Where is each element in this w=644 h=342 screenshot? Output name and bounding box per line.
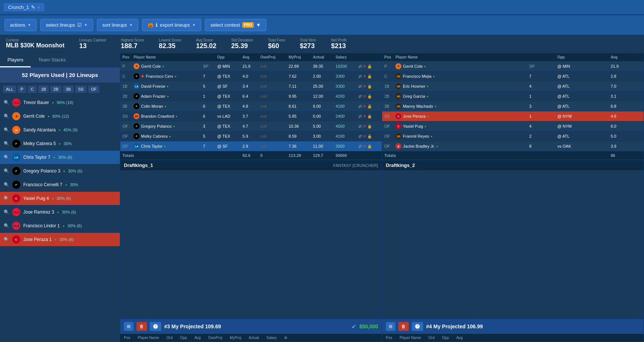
lock-icon[interactable]: 🔒 [367, 74, 372, 78]
list-item[interactable]: 🔍 P Francisco Cervelli 7 ● 30% [0, 178, 120, 192]
lock-icon[interactable]: 🔒 [367, 124, 372, 128]
std-dev-label: Std Deviation [231, 38, 253, 42]
status-dot: ● [59, 142, 61, 145]
pos-all[interactable]: ALL [3, 86, 16, 93]
search-icon[interactable]: 🔍 [4, 127, 9, 133]
status-dot: ● [52, 197, 54, 200]
pos-2b[interactable]: 2B [50, 86, 61, 93]
search-icon[interactable]: 🔍 [4, 114, 9, 119]
lock-icon[interactable]: 🔒 [367, 114, 372, 118]
swap-icon[interactable]: ⇄ [358, 64, 362, 68]
team-badge: P [12, 140, 20, 148]
actions-button[interactable]: actions ▼ [4, 19, 37, 31]
search-icon[interactable]: 🔍 [4, 209, 9, 215]
remove-icon[interactable]: ✕ [363, 64, 366, 68]
swap-icon[interactable]: ⇄ [358, 84, 362, 88]
search-icon[interactable]: 🔍 [4, 141, 9, 146]
status-dot: ● [436, 145, 438, 148]
net-profit-stat: Net Profit $213 [331, 38, 347, 50]
swap-icon[interactable]: ⇄ [358, 134, 362, 138]
remove-icon[interactable]: ✕ [363, 114, 366, 118]
card-copy-button[interactable]: ⊞ [124, 322, 134, 331]
card-clock-button[interactable]: 🕐 [150, 322, 161, 331]
remove-icon[interactable]: ✕ [363, 144, 366, 148]
pos-1b[interactable]: 1B [38, 86, 49, 93]
search-icon[interactable]: 🔍 [4, 182, 9, 187]
lock-icon[interactable]: 🔒 [367, 144, 372, 148]
remove-icon[interactable]: ✕ [363, 74, 366, 78]
list-item[interactable]: 🔍 CLE Trevor Bauer ● 90% (18) [0, 96, 120, 110]
swap-icon[interactable]: ⇄ [358, 124, 362, 128]
total-avg: 86 [608, 151, 644, 160]
tab-players[interactable]: Players [0, 53, 31, 67]
list-item[interactable]: 🔍 LA Chris Taylor 7 ● 30% (6) [0, 151, 120, 164]
status-dot: ● [426, 95, 428, 98]
pos-3b[interactable]: 3B [63, 86, 74, 93]
list-item[interactable]: 🔍 ★ Gerrit Cole ● 60% (12) [0, 110, 120, 123]
lineup-name-1: Draftkings_1 [124, 162, 153, 168]
lock-icon[interactable]: 🔒 [367, 84, 372, 88]
tab-crunch1[interactable]: Crunch_1 ✎ × [4, 3, 44, 11]
sp-label: 6 [201, 111, 215, 121]
card-delete-button[interactable]: 🗑 [136, 322, 147, 331]
avg-score-label: Avg Score [196, 38, 216, 42]
remove-icon[interactable]: ✕ [363, 124, 366, 128]
lock-icon[interactable]: 🔒 [367, 94, 372, 98]
tab-label: Crunch_1 [8, 4, 29, 10]
tab-team-stacks[interactable]: Team Stacks [31, 53, 73, 67]
search-icon[interactable]: 🔍 [4, 237, 9, 242]
player-name-cell: B Jackie Bradley Jr. ● [393, 141, 527, 151]
card-delete-button[interactable]: 🗑 [398, 322, 409, 331]
tab-close[interactable]: × [37, 5, 40, 10]
pos-ss[interactable]: SS [75, 86, 87, 93]
remove-icon[interactable]: ✕ [363, 94, 366, 98]
status-dot: ● [58, 128, 60, 132]
swap-icon[interactable]: ⇄ [358, 74, 362, 78]
card-copy-button[interactable]: ⊞ [386, 322, 395, 331]
swap-icon[interactable]: ⇄ [358, 104, 362, 108]
pos-of[interactable]: OF [88, 86, 100, 93]
pos-p[interactable]: P [18, 86, 26, 93]
search-icon[interactable]: 🔍 [4, 168, 9, 174]
total-won-label: Total Won [300, 38, 316, 42]
card-clock-button[interactable]: 🕐 [412, 322, 423, 331]
search-icon[interactable]: 🔍 [4, 223, 9, 228]
list-item[interactable]: 🔍 P Gregory Polanco 3 ● 30% (6) [0, 164, 120, 178]
lock-icon[interactable]: 🔒 [367, 64, 372, 68]
edit-icon[interactable]: ✎ [31, 4, 35, 10]
lineup-number-4: #4 [426, 323, 432, 329]
search-icon[interactable]: 🔍 [4, 196, 9, 201]
total-proj: 113.29 [286, 151, 311, 160]
pos-c[interactable]: C [28, 86, 37, 93]
lock-icon[interactable]: 🔒 [367, 104, 372, 108]
col-name: Player Name [399, 336, 421, 340]
lineup-card-3: ⊞ 🗑 🕐 #3 My Projected 109.69 ✔ $50,000 P… [120, 319, 382, 342]
highest-score-stat: Highest Score 188.7 [121, 38, 144, 50]
player-name: Trevor Bauer [23, 100, 49, 105]
action-cell: ⇄ ✕ 🔒 [356, 121, 382, 131]
list-item[interactable]: 🔍 M Sandy Alcantara ● 45% (9) [0, 123, 120, 137]
swap-icon[interactable]: ⇄ [358, 94, 362, 98]
contest-stat: Contest MLB $30K Moonshot [6, 38, 64, 50]
swap-icon[interactable]: ⇄ [358, 144, 362, 148]
list-item[interactable]: 🔍 C Yasiel Puig 4 ● 30% (6) [0, 192, 120, 205]
export-lineups-button[interactable]: 🎃 ℹ export lineups ▼ [142, 19, 201, 31]
list-item[interactable]: 🔍 CLE Jose Ramirez 3 ● 30% (6) [0, 205, 120, 219]
swap-icon[interactable]: ⇄ [358, 114, 362, 118]
sort-lineups-button[interactable]: sort lineups ▼ [97, 19, 138, 31]
list-item[interactable]: 🔍 P Melky Cabrera 5 ● 30% [0, 137, 120, 151]
player-name: Melky Cabrera 5 [23, 141, 56, 146]
search-icon[interactable]: 🔍 [4, 155, 9, 160]
remove-icon[interactable]: ✕ [363, 84, 366, 88]
opp-cell: @ TEX [215, 121, 240, 131]
select-contest-button[interactable]: select contest PRO ▼ [205, 19, 266, 31]
list-item[interactable]: 🔍 C Jose Peraza 1 ● 30% (6) [0, 233, 120, 247]
table-row: C P ✚ Francisco Cerv ● 7 @ TEX [120, 71, 382, 81]
search-icon[interactable]: 🔍 [4, 100, 9, 105]
lineup-card-4: ⊞ 🗑 🕐 #4 My Projected 106.99 Pos Player … [382, 319, 644, 342]
lock-icon[interactable]: 🔒 [367, 134, 372, 138]
select-lineups-button[interactable]: select lineups ☑ ▼ [40, 19, 93, 31]
remove-icon[interactable]: ✕ [363, 104, 366, 108]
remove-icon[interactable]: ✕ [363, 134, 366, 138]
list-item[interactable]: 🔍 CLE Francisco Lindor 1 ● 30% (6) [0, 219, 120, 233]
